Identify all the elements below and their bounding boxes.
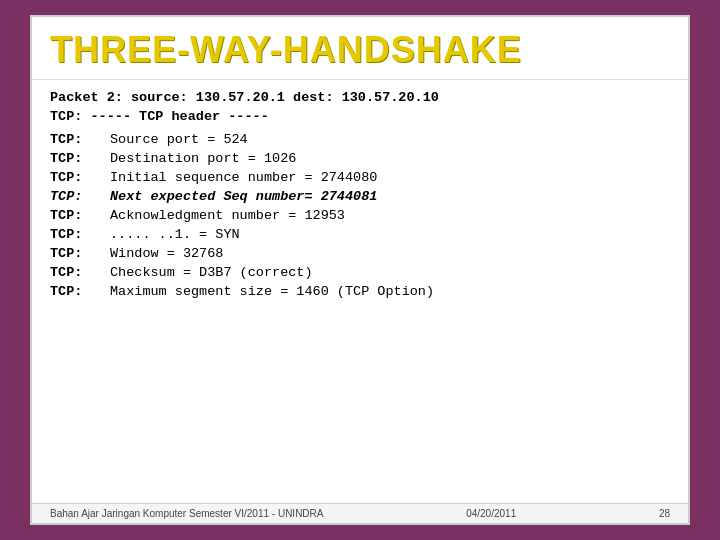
- tcp-row-1: TCP: Destination port = 1026: [50, 151, 670, 166]
- tcp-row-5: TCP: ..... ..1. = SYN: [50, 227, 670, 242]
- tcp-row-7: TCP: Checksum = D3B7 (correct): [50, 265, 670, 280]
- tcp-row-label-6: TCP:: [50, 246, 110, 261]
- tcp-row-6: TCP: Window = 32768: [50, 246, 670, 261]
- tcp-row-label-1: TCP:: [50, 151, 110, 166]
- tcp-row-field-4: Acknowledgment number = 12953: [110, 208, 670, 223]
- slide-container: THREE-WAY-HANDSHAKE Packet 2: source: 13…: [30, 15, 690, 525]
- tcp-row-field-1: Destination port = 1026: [110, 151, 670, 166]
- slide-title: THREE-WAY-HANDSHAKE: [50, 29, 670, 71]
- tcp-row-label-7: TCP:: [50, 265, 110, 280]
- tcp-row-field-3: Next expected Seq number= 2744081: [110, 189, 670, 204]
- tcp-row-field-6: Window = 32768: [110, 246, 670, 261]
- tcp-header-line: TCP: ----- TCP header -----: [50, 109, 670, 124]
- title-bar: THREE-WAY-HANDSHAKE: [32, 17, 688, 80]
- tcp-row-label-4: TCP:: [50, 208, 110, 223]
- tcp-row-label-5: TCP:: [50, 227, 110, 242]
- tcp-row-field-7: Checksum = D3B7 (correct): [110, 265, 670, 280]
- tcp-row-label-8: TCP:: [50, 284, 110, 299]
- footer-center: 04/20/2011: [466, 508, 516, 519]
- tcp-row-0: TCP: Source port = 524: [50, 132, 670, 147]
- tcp-row-field-2: Initial sequence number = 2744080: [110, 170, 670, 185]
- tcp-row-3: TCP: Next expected Seq number= 2744081: [50, 189, 670, 204]
- footer-right: 28: [659, 508, 670, 519]
- content-area: Packet 2: source: 130.57.20.1 dest: 130.…: [32, 80, 688, 503]
- tcp-row-label-3: TCP:: [50, 189, 110, 204]
- tcp-row-8: TCP: Maximum segment size = 1460 (TCP Op…: [50, 284, 670, 299]
- tcp-row-field-0: Source port = 524: [110, 132, 670, 147]
- tcp-row-2: TCP: Initial sequence number = 2744080: [50, 170, 670, 185]
- tcp-row-label-0: TCP:: [50, 132, 110, 147]
- tcp-row-4: TCP: Acknowledgment number = 12953: [50, 208, 670, 223]
- tcp-row-field-5: ..... ..1. = SYN: [110, 227, 670, 242]
- tcp-row-label-2: TCP:: [50, 170, 110, 185]
- footer-left: Bahan Ajar Jaringan Komputer Semester VI…: [50, 508, 323, 519]
- packet-header: Packet 2: source: 130.57.20.1 dest: 130.…: [50, 90, 670, 105]
- footer: Bahan Ajar Jaringan Komputer Semester VI…: [32, 503, 688, 523]
- tcp-row-field-8: Maximum segment size = 1460 (TCP Option): [110, 284, 670, 299]
- tcp-rows: TCP: Source port = 524TCP: Destination p…: [50, 132, 670, 303]
